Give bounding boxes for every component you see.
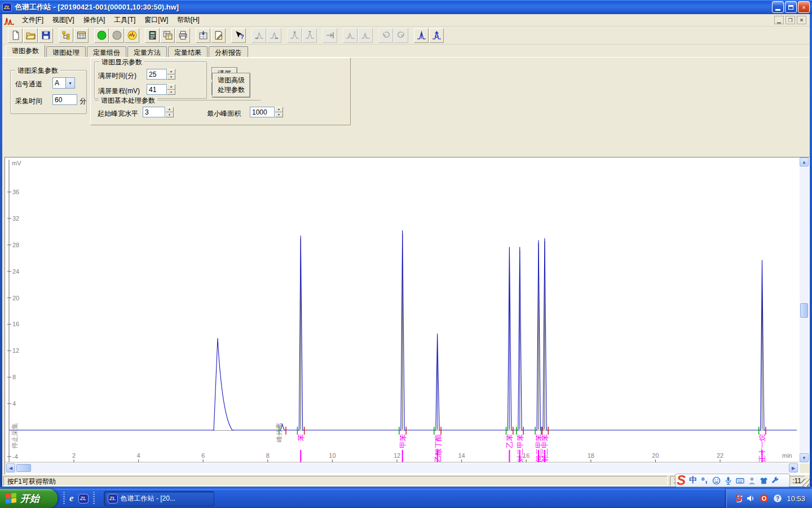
spin-down-icon[interactable]: ▼ <box>167 90 175 95</box>
menu-item-operate[interactable]: 操作[A] <box>79 14 110 25</box>
new-file-button[interactable] <box>8 28 23 43</box>
advanced-processing-button[interactable]: 谱图高级 处理参数 <box>212 73 250 98</box>
baseline-monitor-button[interactable] <box>125 28 139 43</box>
save-file-icon <box>41 30 51 40</box>
min-area-spinner[interactable]: ▲▼ <box>275 107 283 117</box>
peak-width-label: 起始峰宽水平 <box>98 109 138 119</box>
status-help-text: 按F1可获得帮助 <box>3 476 668 486</box>
tab-spectrum-processing[interactable]: 谱图处理 <box>46 46 86 57</box>
scroll-left-icon[interactable]: ◀ <box>6 463 15 472</box>
menu-item-view[interactable]: 视图[V] <box>48 14 79 25</box>
minimize-icon <box>775 9 780 11</box>
menu-item-window[interactable]: 窗口[W] <box>140 14 173 25</box>
context-help-button[interactable]: ? <box>231 28 246 43</box>
keyboard-icon[interactable] <box>736 476 744 485</box>
redo-button <box>394 28 408 43</box>
acq-time-input[interactable] <box>52 94 77 105</box>
stop-acquisition-button[interactable] <box>109 28 124 43</box>
spin-up-icon[interactable]: ▲ <box>165 107 174 112</box>
wrench-icon[interactable] <box>771 476 780 485</box>
task-button-workstation[interactable]: ZL 色谱工作站 - [20... <box>104 491 214 506</box>
spin-up-icon[interactable]: ▲ <box>275 107 283 112</box>
print-button[interactable] <box>175 28 190 43</box>
app-icon: ZL <box>2 3 12 12</box>
horizontal-scroll-thumb[interactable] <box>16 464 31 472</box>
peak-review-icon <box>432 30 442 40</box>
calculator-button[interactable] <box>145 28 160 43</box>
channel-setup-button[interactable] <box>59 28 73 43</box>
vertical-scrollbar[interactable]: ▲ ▼ <box>800 157 809 463</box>
mdi-minimize-button[interactable]: ▁ <box>774 16 784 24</box>
toolbar-handle[interactable] <box>63 492 65 505</box>
menu-item-file[interactable]: 文件[F] <box>17 14 48 25</box>
microphone-icon[interactable] <box>724 476 732 485</box>
spin-up-icon[interactable]: ▲ <box>167 84 175 90</box>
punctuation-icon[interactable] <box>700 476 709 485</box>
close-button[interactable]: × <box>798 1 810 13</box>
scroll-right-icon[interactable]: ▶ <box>789 463 798 472</box>
start-acquisition-button[interactable] <box>94 28 109 43</box>
open-file-button[interactable] <box>23 28 38 43</box>
undo-icon <box>381 30 391 40</box>
chinese-mode-button[interactable]: 中 <box>689 475 697 485</box>
result-table-icon <box>163 30 173 40</box>
peak-width-spinner[interactable]: ▲▼ <box>165 107 174 117</box>
internet-explorer-icon[interactable]: e <box>69 493 74 504</box>
spin-down-icon[interactable]: ▼ <box>165 112 174 118</box>
tab-quant-method[interactable]: 定量方法 <box>127 46 167 57</box>
spin-down-icon[interactable]: ▼ <box>275 112 283 118</box>
account-icon[interactable] <box>748 476 756 485</box>
y-tick-label: 24 <box>12 268 19 275</box>
resize-grip[interactable] <box>801 479 810 487</box>
svg-text:?: ? <box>240 33 244 40</box>
fullscreen-range-input[interactable] <box>147 84 167 95</box>
tab-quant-results[interactable]: 定量结果 <box>168 46 208 57</box>
workstation-app-icon[interactable]: ZL <box>78 494 89 503</box>
maximize-button[interactable] <box>785 1 797 13</box>
peak-width-input[interactable] <box>143 107 165 117</box>
toolbar-handle[interactable] <box>93 492 95 505</box>
fullscreen-time-spinner[interactable]: ▲▼ <box>167 69 175 80</box>
emoji-icon[interactable] <box>712 476 721 485</box>
manual-peak-button[interactable] <box>414 28 429 43</box>
chromatogram-plot: mV3632282420161284-4246810121416182022mi… <box>5 157 799 463</box>
skin-icon[interactable] <box>760 476 768 485</box>
tab-quant-components[interactable]: 定量组份 <box>87 46 126 57</box>
baseline-monitor-icon <box>127 30 137 40</box>
help-tray-icon[interactable]: ? <box>773 494 782 503</box>
mdi-restore-button[interactable]: ❐ <box>785 16 795 24</box>
menu-item-tools[interactable]: 工具[T] <box>109 14 140 25</box>
toolbar-group <box>196 28 226 43</box>
vertical-scroll-thumb[interactable] <box>800 303 808 318</box>
min-area-input[interactable] <box>250 107 275 117</box>
scroll-down-icon[interactable]: ▼ <box>800 453 809 462</box>
security-icon[interactable] <box>760 494 769 503</box>
windows-logo-icon <box>6 493 17 504</box>
horizontal-scrollbar[interactable]: ◀ ▶ <box>5 463 799 473</box>
peak-review-button[interactable] <box>429 28 444 43</box>
fullscreen-range-spinner[interactable]: ▲▼ <box>167 84 175 95</box>
fullscreen-time-input[interactable] <box>147 69 167 80</box>
import-data-button[interactable] <box>196 28 210 43</box>
save-file-button[interactable] <box>38 28 53 43</box>
chevron-down-icon[interactable]: ▼ <box>65 78 74 88</box>
spin-down-icon[interactable]: ▼ <box>167 75 175 80</box>
result-table-button[interactable] <box>160 28 175 43</box>
toolbar-group <box>414 28 444 43</box>
sogou-tray-icon[interactable]: S <box>735 493 742 505</box>
edit-report-button[interactable] <box>211 28 226 43</box>
x-tick-label: 10 <box>329 452 336 459</box>
signal-channel-select[interactable]: A ▼ <box>52 77 75 89</box>
minimize-button[interactable] <box>772 1 784 13</box>
tab-analysis-report[interactable]: 分析报告 <box>209 46 248 57</box>
y-tick-label: 12 <box>12 347 19 354</box>
volume-icon[interactable] <box>746 494 755 503</box>
spin-up-icon[interactable]: ▲ <box>167 69 175 75</box>
scroll-up-icon[interactable]: ▲ <box>800 157 809 167</box>
mdi-close-button[interactable]: ✕ <box>797 16 806 24</box>
tab-spectrum-params[interactable]: 谱图参数 <box>6 45 45 57</box>
start-button[interactable]: 开始 <box>0 489 58 508</box>
sample-table-button[interactable] <box>74 28 89 43</box>
menu-item-help[interactable]: 帮助[H] <box>173 14 204 25</box>
sogou-logo-icon[interactable]: S <box>677 475 686 486</box>
